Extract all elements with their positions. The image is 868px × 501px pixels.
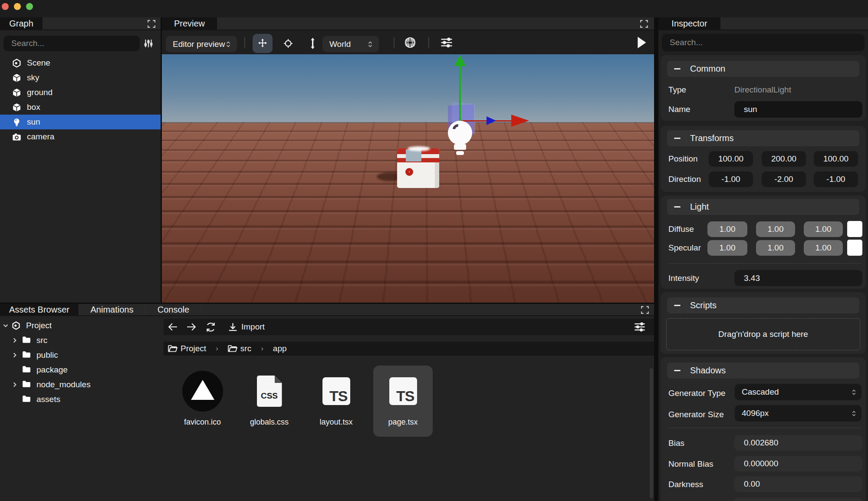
- direction-z-field[interactable]: -1.00: [814, 171, 858, 187]
- sun-light-billboard[interactable]: [448, 121, 472, 145]
- diffuse-r-field[interactable]: 1.00: [707, 221, 747, 237]
- import-button-label[interactable]: Import: [241, 322, 265, 332]
- inspector-search-input[interactable]: [662, 34, 865, 51]
- skybox-globe-button[interactable]: [403, 36, 417, 49]
- position-y-field[interactable]: 200.00: [762, 151, 806, 167]
- position-z-field[interactable]: 100.00: [814, 151, 858, 167]
- darkness-input[interactable]: 0.00: [734, 476, 862, 492]
- specular-color-swatch[interactable]: [847, 240, 862, 256]
- shadows-section-header[interactable]: Shadows: [667, 363, 859, 379]
- common-section-header[interactable]: Common: [667, 61, 859, 77]
- forward-button[interactable]: [186, 321, 197, 333]
- coordinate-space-select[interactable]: World: [322, 36, 379, 52]
- tab-preview[interactable]: Preview: [162, 17, 217, 30]
- file-tile-globals-css[interactable]: CSS globals.css: [240, 366, 299, 437]
- rotate-tool-button[interactable]: [278, 34, 298, 53]
- direction-y-field[interactable]: -2.00: [762, 171, 806, 187]
- refresh-button[interactable]: [205, 321, 216, 333]
- collapse-icon[interactable]: [674, 206, 681, 208]
- bias-input[interactable]: 0.002680: [734, 435, 862, 451]
- import-button[interactable]: [227, 321, 238, 333]
- graph-item-ground[interactable]: ground: [0, 85, 161, 100]
- zoom-window-button[interactable]: [26, 3, 33, 10]
- gizmo-x-axis-arrow[interactable]: [511, 115, 529, 127]
- collapse-icon[interactable]: [674, 138, 681, 139]
- scripts-section: Scripts Drag'n'drop a script here: [661, 292, 866, 354]
- tab-inspector[interactable]: Inspector: [658, 17, 720, 30]
- clipped-next-input[interactable]: [734, 498, 862, 501]
- graph-item-sky[interactable]: sky: [0, 70, 161, 85]
- scripts-section-header[interactable]: Scripts: [667, 297, 859, 313]
- gizmo-z-axis-arrow[interactable]: [487, 116, 496, 125]
- diffuse-b-field[interactable]: 1.00: [804, 221, 843, 237]
- scale-tool-button[interactable]: [304, 34, 321, 53]
- tab-graph[interactable]: Graph: [0, 17, 43, 30]
- minimize-window-button[interactable]: [14, 3, 21, 10]
- tree-item-project[interactable]: Project: [0, 318, 162, 333]
- breadcrumb-item-project[interactable]: Project: [181, 344, 206, 353]
- chevron-right-icon[interactable]: [12, 337, 18, 343]
- graph-expand-icon[interactable]: [148, 20, 155, 28]
- graph-item-scene[interactable]: Scene: [0, 56, 161, 70]
- specular-r-field[interactable]: 1.00: [707, 240, 747, 256]
- generator-size-select[interactable]: 4096px: [735, 405, 861, 422]
- collapse-icon[interactable]: [674, 68, 681, 69]
- intensity-value: 3.43: [744, 274, 760, 283]
- tab-animations[interactable]: Animations: [79, 304, 145, 315]
- diffuse-g-field[interactable]: 1.00: [756, 221, 795, 237]
- assets-scrollbar[interactable]: [650, 368, 653, 498]
- tree-item-public[interactable]: public: [0, 348, 162, 363]
- file-tile-favicon[interactable]: favicon.ico: [173, 366, 232, 437]
- direction-x-field[interactable]: -1.00: [709, 171, 753, 187]
- script-dropzone[interactable]: Drag'n'drop a script here: [666, 318, 860, 350]
- divider: [668, 428, 861, 428]
- name-input[interactable]: sun: [734, 101, 862, 118]
- specular-g-field[interactable]: 1.00: [756, 240, 795, 256]
- tree-item-assets[interactable]: assets: [0, 392, 162, 407]
- generator-type-select[interactable]: Cascaded: [735, 384, 861, 400]
- file-tile-layout-tsx[interactable]: TS layout.tsx: [306, 366, 366, 437]
- position-x-field[interactable]: 100.00: [709, 151, 753, 167]
- breadcrumb-item-app[interactable]: app: [273, 344, 287, 353]
- gizmo-y-axis[interactable]: [459, 65, 461, 125]
- folder-icon: [22, 366, 31, 374]
- toolbar-separator: [244, 37, 245, 48]
- tree-item-node-modules[interactable]: node_modules: [0, 377, 162, 392]
- specular-b-field[interactable]: 1.00: [804, 240, 843, 256]
- title-bar[interactable]: [0, 0, 868, 17]
- close-window-button[interactable]: [2, 3, 9, 10]
- tab-console[interactable]: Console: [145, 304, 202, 315]
- tree-item-package[interactable]: package: [0, 363, 162, 377]
- graph-filter-icon[interactable]: [143, 38, 154, 49]
- intensity-input[interactable]: 3.43: [734, 270, 862, 286]
- graph-item-box[interactable]: box: [0, 100, 161, 115]
- graph-item-sun[interactable]: sun: [0, 115, 161, 129]
- chevron-down-icon[interactable]: [3, 323, 9, 329]
- chevron-right-icon[interactable]: [12, 352, 18, 358]
- file-tile-page-tsx[interactable]: TS page.tsx: [373, 366, 433, 437]
- back-button[interactable]: [167, 321, 178, 333]
- assets-options-button[interactable]: [633, 321, 646, 333]
- light-section-header[interactable]: Light: [667, 199, 859, 215]
- preview-expand-icon[interactable]: [640, 20, 648, 28]
- play-button[interactable]: [636, 36, 648, 49]
- tab-assets-browser[interactable]: Assets Browser: [0, 304, 79, 315]
- graph-search-input[interactable]: [3, 36, 140, 51]
- section-title: Transforms: [690, 133, 733, 143]
- normal-bias-input[interactable]: 0.000000: [734, 456, 862, 471]
- collapse-icon[interactable]: [674, 370, 681, 371]
- viewport-options-button[interactable]: [440, 36, 454, 49]
- graph-item-camera[interactable]: camera: [0, 129, 161, 144]
- assets-expand-icon[interactable]: [641, 306, 649, 314]
- gizmo-y-axis-arrow[interactable]: [454, 55, 466, 66]
- tree-item-src[interactable]: src: [0, 333, 162, 348]
- breadcrumb-item-src[interactable]: src: [240, 344, 251, 353]
- move-tool-button[interactable]: [253, 34, 273, 53]
- transforms-section-header[interactable]: Transforms: [667, 130, 859, 146]
- chevron-right-icon[interactable]: [12, 382, 18, 388]
- render-mode-select[interactable]: Editor preview: [166, 36, 237, 52]
- diffuse-color-swatch[interactable]: [847, 221, 862, 237]
- viewport-canvas[interactable]: [162, 54, 654, 303]
- folder-icon: [22, 380, 31, 389]
- collapse-icon[interactable]: [674, 305, 681, 306]
